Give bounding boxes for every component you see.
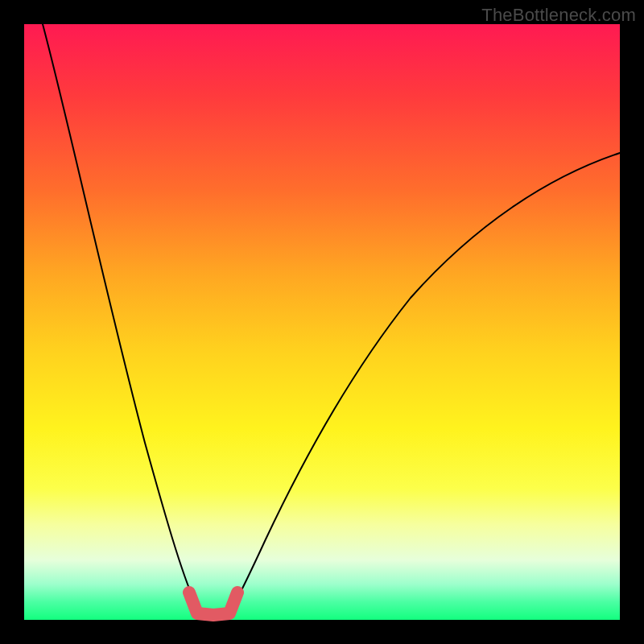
plot-area [24,24,620,620]
watermark-text: TheBottleneck.com [481,5,636,26]
right-curve [225,153,620,620]
left-curve [43,24,205,620]
optimal-zone-marker [189,592,237,615]
chart-frame: TheBottleneck.com [0,0,644,644]
chart-svg [24,24,620,620]
